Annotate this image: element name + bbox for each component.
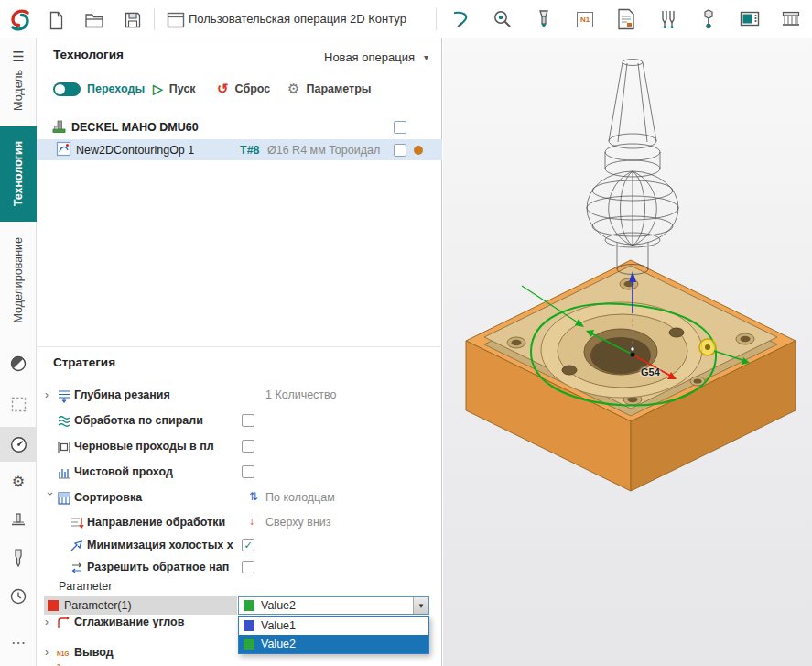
row-value: По колодцам bbox=[265, 491, 335, 504]
expand-chevron-icon[interactable]: › bbox=[45, 646, 56, 659]
tool-pair-icon[interactable] bbox=[655, 7, 679, 31]
new-operation-label: Новая операция bbox=[324, 50, 415, 64]
row-finish-pass[interactable]: Чистовой проход bbox=[37, 463, 442, 483]
parameters-button[interactable]: ⚙ Параметры bbox=[287, 77, 371, 101]
toggle-switch[interactable] bbox=[53, 82, 81, 96]
selected-value-label: Value2 bbox=[261, 599, 296, 612]
parameter-name: Parameter(1) bbox=[64, 599, 132, 612]
nc-output-icon: N1G2 bbox=[57, 646, 71, 661]
gauge-icon[interactable] bbox=[0, 427, 37, 462]
scene-3d bbox=[443, 38, 812, 666]
row-sorting[interactable]: › Сортировка ⇅ По колодцам bbox=[37, 488, 442, 508]
selected-value-swatch bbox=[244, 600, 254, 611]
row-rough-passes[interactable]: Черновые проходы в пл bbox=[37, 437, 442, 457]
expand-chevron-icon[interactable]: › bbox=[45, 616, 56, 628]
operation-tool-id: T#8 bbox=[240, 144, 260, 157]
time-clock-icon[interactable] bbox=[0, 581, 37, 612]
machine-checkbox[interactable] bbox=[394, 121, 406, 134]
gear-glyph: ⚙ bbox=[12, 473, 25, 490]
operation-checkbox[interactable] bbox=[394, 144, 406, 157]
operation-tree-row[interactable]: New2DContouringOp 1 T#8 Ø16 R4 мм Тороид… bbox=[37, 139, 442, 160]
transitions-toggle[interactable]: Переходы bbox=[53, 77, 145, 101]
operation-tool-desc: Ø16 R4 мм Тороидал bbox=[267, 144, 380, 157]
operation-controls: Переходы ▷ Пуск ↺ Сброс ⚙ Параметры bbox=[37, 77, 442, 101]
parameter-group-label: Parameter bbox=[59, 580, 112, 593]
viewport-3d[interactable]: G54 bbox=[443, 38, 812, 666]
toolbar-operation-title: Пользовательская операция 2D Контур bbox=[189, 12, 406, 26]
control-panel-icon[interactable] bbox=[738, 7, 762, 31]
machine-icon bbox=[52, 119, 67, 136]
value1-label: Value1 bbox=[261, 619, 296, 632]
sidebar-tab-model[interactable]: Модель bbox=[0, 57, 37, 123]
row-label: Чистовой проход bbox=[74, 465, 173, 478]
row-cutting-depth[interactable]: › Глубина резания 1 Количество bbox=[37, 386, 442, 406]
row-value: Сверху вниз bbox=[265, 516, 331, 529]
row-machining-direction[interactable]: Направление обработки ↓ Сверху вниз bbox=[37, 513, 442, 533]
ellipsis-glyph: ⋯ bbox=[11, 634, 26, 651]
allow-reverse-checkbox[interactable] bbox=[242, 561, 254, 573]
run-button[interactable]: ▷ Пуск bbox=[153, 77, 196, 101]
rough-pass-checkbox[interactable] bbox=[242, 440, 254, 453]
simulation-icon[interactable] bbox=[491, 7, 514, 31]
sidebar-tab-modeling[interactable]: Моделирование bbox=[0, 227, 37, 333]
row-label: Сортировка bbox=[74, 491, 142, 504]
machine-name: DECKEL MAHO DMU60 bbox=[71, 121, 199, 134]
open-file-icon[interactable] bbox=[82, 8, 106, 32]
row-allow-reverse[interactable]: Разрешить обратное нап bbox=[37, 558, 442, 578]
technology-panel: Технология Новая операция ▾ Переходы ▷ П… bbox=[37, 38, 442, 666]
toolbar-separator bbox=[154, 8, 155, 30]
wcs-label: G54 bbox=[641, 366, 660, 377]
check-icon: ✓ bbox=[244, 540, 252, 551]
probe-icon[interactable] bbox=[697, 7, 720, 31]
value2-swatch bbox=[244, 639, 254, 650]
finish-pass-checkbox[interactable] bbox=[242, 465, 254, 478]
turning-tool-icon[interactable] bbox=[449, 7, 473, 31]
tab-model-label: Модель bbox=[12, 70, 25, 111]
row-label: Черновые проходы в пл bbox=[74, 440, 214, 453]
nc-program-icon[interactable]: N1 bbox=[573, 7, 597, 31]
machine-table-icon[interactable] bbox=[779, 7, 803, 31]
app-logo-icon[interactable] bbox=[6, 6, 34, 34]
mesh-grid-icon[interactable] bbox=[0, 388, 37, 420]
parameter-name-cell[interactable]: Parameter(1) bbox=[44, 596, 237, 615]
parameter-value-combobox[interactable]: Value2 ▾ bbox=[238, 596, 429, 615]
tool-icon[interactable] bbox=[0, 542, 37, 573]
nc-badge-text: N1 bbox=[577, 12, 593, 27]
spiral-checkbox[interactable] bbox=[242, 414, 254, 427]
reset-icon: ↺ bbox=[217, 82, 229, 95]
dropdown-option-value2[interactable]: Value2 bbox=[239, 635, 428, 653]
save-icon[interactable] bbox=[121, 8, 145, 32]
row-minimize-idle[interactable]: Минимизация холостых х ✓ bbox=[37, 536, 442, 556]
expand-chevron-icon[interactable]: › bbox=[44, 492, 57, 503]
corner-smoothing-icon bbox=[57, 616, 71, 630]
row-label: Разрешить обратное нап bbox=[87, 561, 229, 573]
more-ellipsis-icon[interactable]: ⋯ bbox=[0, 627, 37, 658]
row-spiral-machining[interactable]: Обработка по спирали bbox=[37, 411, 442, 431]
sidebar-tab-technology[interactable]: Технология bbox=[0, 126, 37, 222]
value1-swatch bbox=[244, 620, 254, 631]
tool-holder-icon[interactable] bbox=[532, 7, 556, 31]
settings-gear-icon[interactable]: ⚙ bbox=[0, 465, 37, 497]
minimize-idle-checkbox[interactable]: ✓ bbox=[242, 539, 254, 551]
combobox-dropdown-button[interactable]: ▾ bbox=[413, 597, 428, 614]
row-label: Сглаживание углов bbox=[74, 616, 184, 628]
tab-modeling-label: Моделирование bbox=[12, 237, 25, 323]
machine-setup-icon[interactable] bbox=[0, 504, 37, 535]
strategy-header: Стратегия bbox=[53, 355, 115, 369]
sort-wells-icon: ⇅ bbox=[249, 490, 258, 503]
reset-button[interactable]: ↺ Сброс bbox=[217, 77, 270, 101]
sphere-shading-icon[interactable] bbox=[0, 348, 37, 379]
row-parameter-group: Parameter bbox=[37, 577, 442, 595]
operation-name: New2DContouringOp 1 bbox=[76, 144, 194, 157]
program-doc-icon[interactable] bbox=[614, 7, 638, 31]
operation-window-icon[interactable] bbox=[164, 8, 188, 32]
new-file-icon[interactable] bbox=[44, 8, 68, 32]
dropdown-option-value1[interactable]: Value1 bbox=[239, 617, 428, 635]
operation-status-dot bbox=[414, 146, 423, 155]
cutting-depth-icon bbox=[57, 388, 71, 403]
row-label: Минимизация холостых х bbox=[87, 539, 233, 551]
expand-chevron-icon[interactable]: › bbox=[45, 388, 56, 401]
machine-tree-row[interactable]: DECKEL MAHO DMU60 bbox=[37, 117, 442, 137]
new-operation-dropdown[interactable]: Новая операция ▾ bbox=[324, 50, 428, 64]
sorting-icon bbox=[57, 491, 71, 506]
